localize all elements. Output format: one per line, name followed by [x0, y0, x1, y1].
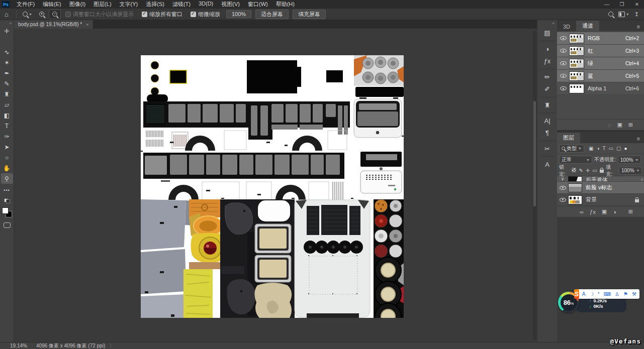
- menu-item[interactable]: 3D(D): [195, 0, 217, 9]
- menu-item[interactable]: 视图(V): [217, 0, 244, 9]
- filter-pixel-icon[interactable]: ▣: [589, 146, 593, 151]
- shape-tool[interactable]: ○: [1, 152, 13, 163]
- visibility-eye-icon[interactable]: [557, 36, 569, 40]
- layer-style-icon[interactable]: ƒx: [590, 209, 596, 215]
- sogou-handwriting-icon[interactable]: ♙: [615, 289, 619, 299]
- link-layers-icon[interactable]: ∞: [580, 209, 584, 215]
- visibility-eye-icon[interactable]: [557, 198, 568, 202]
- layer-row-background[interactable]: 背景: [557, 194, 644, 206]
- fit-screen-button[interactable]: 适合屏幕: [255, 10, 289, 19]
- lock-artboard-icon[interactable]: ▭: [592, 168, 597, 173]
- fill-screen-button[interactable]: 填充屏幕: [293, 10, 326, 19]
- gradient-tool[interactable]: ◧: [1, 110, 13, 121]
- channel-red[interactable]: 红 Ctrl+3: [557, 45, 644, 57]
- clone-source-panel-icon[interactable]: ♜: [539, 97, 556, 111]
- zoom-out-button[interactable]: −: [49, 10, 61, 19]
- sogou-settings-icon[interactable]: ⚒: [632, 289, 636, 299]
- adjustment-layer-icon[interactable]: ◑: [613, 209, 616, 215]
- document-tab[interactable]: body.psd @ 19.1%(RGB/8) * ×: [14, 20, 94, 29]
- zoom-100-button[interactable]: 100%: [226, 10, 251, 18]
- status-chevron-icon[interactable]: 〉: [109, 342, 114, 349]
- adjustments-panel-icon[interactable]: ◑: [539, 41, 556, 55]
- visibility-eye-icon[interactable]: [557, 61, 569, 65]
- marquee-tool[interactable]: [1, 36, 13, 47]
- visibility-eye-icon[interactable]: [557, 86, 569, 90]
- close-tab-icon[interactable]: ×: [86, 22, 88, 27]
- menu-item[interactable]: 窗口(W): [244, 0, 272, 9]
- tab-3d[interactable]: 3D: [557, 22, 576, 31]
- sogou-skin-icon[interactable]: ⚑: [623, 289, 628, 299]
- close-button[interactable]: ✕: [630, 0, 644, 9]
- lock-transparency-icon[interactable]: [572, 168, 576, 173]
- eraser-tool[interactable]: ▱: [1, 99, 13, 110]
- menu-item[interactable]: 文字(Y): [116, 0, 142, 9]
- zoom-all-checkbox[interactable]: 缩放所有窗口: [142, 11, 182, 18]
- visibility-eye-icon[interactable]: [557, 74, 569, 78]
- load-selection-icon[interactable]: ◌: [608, 122, 611, 128]
- lock-move-icon[interactable]: ✛: [586, 168, 590, 173]
- menu-item[interactable]: 滤镜(T): [168, 0, 195, 9]
- tab-channels[interactable]: 通道: [576, 21, 599, 31]
- panel-collapse-icon[interactable]: «: [553, 20, 557, 27]
- brush-settings-panel-icon[interactable]: ✏: [539, 69, 556, 83]
- filter-type-dropdown[interactable]: 类型 ▼: [559, 145, 584, 153]
- color-swatches[interactable]: [2, 207, 12, 217]
- character-panel-icon[interactable]: A|: [539, 112, 556, 127]
- paragraph-panel-icon[interactable]: ¶: [539, 127, 556, 139]
- channel-alpha1[interactable]: Alpha 1 Ctrl+6: [557, 82, 644, 95]
- pen-tool[interactable]: ✑: [1, 131, 13, 142]
- zoom-tool-preset[interactable]: ▼: [20, 12, 35, 17]
- scrollbar-thumb[interactable]: [533, 101, 536, 206]
- type-tool[interactable]: T: [1, 121, 13, 131]
- canvas-pasteboard[interactable]: [14, 29, 537, 342]
- foreground-color[interactable]: [2, 207, 9, 214]
- sogou-punctuation-icon[interactable]: ❜: [598, 289, 599, 299]
- new-layer-icon[interactable]: ⊞: [628, 208, 633, 215]
- properties-panel-icon[interactable]: ▤: [539, 27, 556, 39]
- quick-mask-icon[interactable]: [4, 222, 11, 228]
- channel-rgb[interactable]: RGB Ctrl+2: [557, 32, 644, 45]
- tab-layers[interactable]: 图层: [557, 133, 580, 143]
- panel-menu-icon[interactable]: ≡: [637, 24, 644, 31]
- menu-item[interactable]: 图层(L): [89, 0, 115, 9]
- blend-mode-select[interactable]: 正常▼: [559, 156, 592, 164]
- visibility-eye-icon[interactable]: [557, 49, 569, 53]
- filter-adjustment-icon[interactable]: ◑: [596, 146, 599, 151]
- zoom-in-button[interactable]: +: [36, 10, 48, 19]
- path-select-tool[interactable]: ➤: [1, 142, 13, 152]
- menu-item[interactable]: 选择(S): [142, 0, 168, 9]
- glyphs-panel-icon[interactable]: A: [539, 156, 556, 170]
- clone-stamp-tool[interactable]: ♜: [1, 89, 13, 99]
- panel-menu-icon[interactable]: ≡: [637, 136, 644, 143]
- filter-smartobject-icon[interactable]: ▢: [616, 146, 621, 151]
- brush-tool[interactable]: ✎: [1, 78, 13, 89]
- layer-thumbnail[interactable]: [568, 183, 582, 192]
- lock-all-icon[interactable]: [600, 168, 604, 174]
- filter-shape-icon[interactable]: ▭: [609, 146, 613, 151]
- vertical-scrollbar[interactable]: [533, 31, 536, 340]
- move-tool[interactable]: ✛: [1, 26, 13, 36]
- new-channel-icon[interactable]: ⊞: [628, 122, 633, 128]
- scrubby-zoom-checkbox[interactable]: 细微缩放: [191, 11, 220, 18]
- menu-item[interactable]: 文件(F): [13, 0, 39, 9]
- layer-mask-icon[interactable]: ▣: [602, 208, 607, 215]
- zoom-tool[interactable]: ⚲: [1, 173, 13, 184]
- sogou-logo[interactable]: S: [574, 289, 579, 299]
- brushes-panel-icon[interactable]: ✐: [539, 83, 556, 95]
- filter-type-icon[interactable]: T: [602, 146, 605, 151]
- sogou-language-icon[interactable]: A: [582, 289, 586, 299]
- tool-presets-panel-icon[interactable]: ✂: [539, 141, 556, 155]
- minimize-button[interactable]: —: [600, 0, 614, 9]
- texture-canvas[interactable]: [141, 55, 404, 318]
- save-selection-icon[interactable]: ▣: [617, 122, 622, 128]
- layer-thumbnail[interactable]: [568, 195, 582, 204]
- styles-panel-icon[interactable]: ƒx: [539, 55, 556, 67]
- status-zoom-level[interactable]: 19.14%: [0, 343, 32, 348]
- magic-wand-tool[interactable]: ✶: [1, 57, 13, 68]
- filter-toggle-icon[interactable]: ●: [624, 146, 627, 151]
- home-icon[interactable]: ⌂: [0, 11, 13, 18]
- share-icon[interactable]: ↥: [634, 11, 639, 18]
- search-icon[interactable]: [608, 12, 613, 17]
- eyedropper-tool[interactable]: ✒: [1, 68, 13, 78]
- layer-thumbnail[interactable]: [568, 176, 582, 182]
